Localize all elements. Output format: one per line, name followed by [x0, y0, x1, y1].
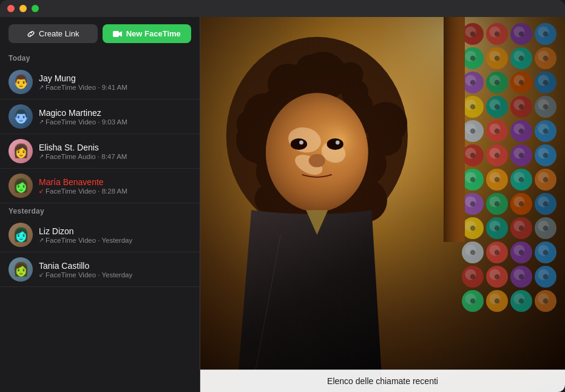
call-meta: ↗FaceTime Video · 9:41 AM: [39, 84, 191, 91]
call-item[interactable]: María Benavente↙FaceTime Video · 8:28 AM: [0, 169, 200, 203]
maximize-button[interactable]: [32, 5, 39, 12]
call-meta: ↗FaceTime Video · Yesterday: [39, 237, 191, 244]
avatar: [8, 104, 33, 129]
call-item[interactable]: Tania Castillo↙FaceTime Video · Yesterda…: [0, 252, 200, 287]
call-meta-text: FaceTime Audio · 8:47 AM: [46, 153, 127, 160]
call-meta: ↙FaceTime Video · Yesterday: [39, 271, 191, 279]
call-info: Liz Dizon↗FaceTime Video · Yesterday: [39, 226, 191, 244]
main-content: Create Link New FaceTime TodayJay Mung↗F…: [0, 17, 565, 392]
outgoing-arrow-icon: ↗: [39, 237, 44, 243]
outgoing-arrow-icon: ↗: [39, 153, 44, 160]
call-info: Jay Mung↗FaceTime Video · 9:41 AM: [39, 73, 191, 91]
outgoing-arrow-icon: ↗: [39, 118, 44, 125]
call-item[interactable]: Jay Mung↗FaceTime Video · 9:41 AM: [0, 65, 200, 100]
new-facetime-label: New FaceTime: [126, 29, 181, 38]
call-item[interactable]: Magico Martinez↗FaceTime Video · 9:03 AM: [0, 100, 200, 134]
app-window: Create Link New FaceTime TodayJay Mung↗F…: [0, 0, 565, 392]
outgoing-arrow-icon: ↗: [39, 84, 44, 90]
title-bar: [0, 0, 565, 17]
svg-rect-0: [113, 31, 119, 37]
caption-text: Elenco delle chiamate recenti: [327, 376, 438, 386]
avatar: [8, 174, 33, 198]
caption-bar: Elenco delle chiamate recenti: [200, 370, 565, 392]
missed-call-arrow-icon: ↙: [39, 188, 44, 194]
call-meta: ↗FaceTime Audio · 8:47 AM: [39, 153, 191, 160]
create-link-button[interactable]: Create Link: [8, 24, 98, 43]
avatar: [8, 139, 33, 163]
call-name: María Benavente: [39, 177, 191, 187]
call-meta: ↙FaceTime Video · 8:28 AM: [39, 188, 191, 195]
photo-panel: [200, 17, 565, 392]
call-meta-text: FaceTime Video · 9:03 AM: [46, 118, 127, 126]
call-info: Elisha St. Denis↗FaceTime Audio · 8:47 A…: [39, 143, 191, 160]
avatar: [8, 257, 33, 282]
photo-canvas: [200, 17, 565, 392]
avatar: [8, 223, 33, 247]
link-icon: [27, 30, 35, 38]
sidebar: Create Link New FaceTime TodayJay Mung↗F…: [0, 17, 200, 392]
call-meta-text: FaceTime Video · 8:28 AM: [46, 188, 127, 195]
call-info: Tania Castillo↙FaceTime Video · Yesterda…: [39, 261, 191, 279]
call-list: TodayJay Mung↗FaceTime Video · 9:41 AMMa…: [0, 50, 200, 392]
sidebar-header: Create Link New FaceTime: [0, 17, 200, 50]
call-name: Tania Castillo: [39, 261, 191, 271]
call-item[interactable]: Elisha St. Denis↗FaceTime Audio · 8:47 A…: [0, 134, 200, 169]
call-meta-text: FaceTime Video · Yesterday: [46, 271, 132, 279]
section-label: Today: [0, 50, 200, 65]
video-icon: [113, 30, 123, 38]
new-facetime-button[interactable]: New FaceTime: [103, 24, 192, 43]
incoming-arrow-icon: ↙: [39, 271, 44, 278]
call-name: Magico Martinez: [39, 108, 191, 118]
close-button[interactable]: [7, 5, 15, 12]
call-meta-text: FaceTime Video · Yesterday: [46, 237, 132, 244]
call-name: Jay Mung: [39, 73, 191, 83]
call-name: Liz Dizon: [39, 226, 191, 236]
section-label: Yesterday: [0, 203, 200, 218]
call-info: Magico Martinez↗FaceTime Video · 9:03 AM: [39, 108, 191, 126]
create-link-label: Create Link: [39, 29, 79, 38]
call-name: Elisha St. Denis: [39, 143, 191, 152]
call-meta: ↗FaceTime Video · 9:03 AM: [39, 118, 191, 126]
call-item[interactable]: Liz Dizon↗FaceTime Video · Yesterday: [0, 218, 200, 252]
call-meta-text: FaceTime Video · 9:41 AM: [46, 84, 127, 91]
avatar: [8, 70, 33, 94]
minimize-button[interactable]: [19, 5, 27, 12]
call-info: María Benavente↙FaceTime Video · 8:28 AM: [39, 177, 191, 195]
